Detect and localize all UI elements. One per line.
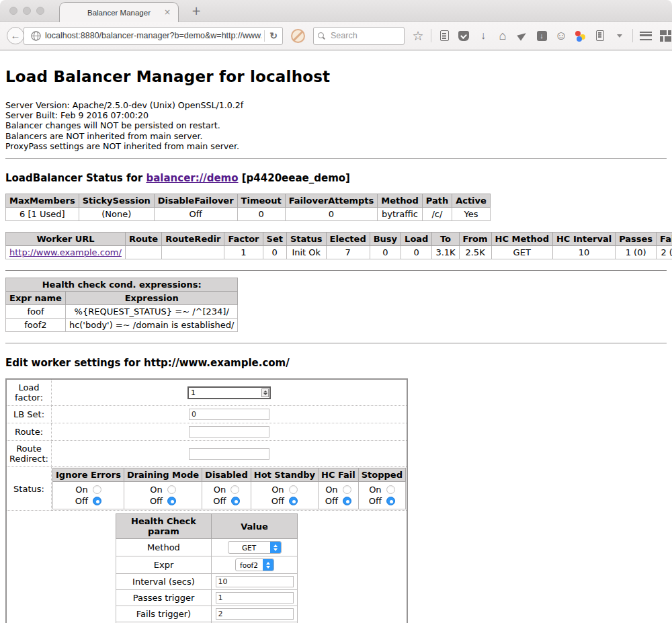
hot-standby-off-radio[interactable] — [289, 497, 298, 505]
col-maxmembers: MaxMembers — [6, 194, 79, 208]
draining-mode-on-radio[interactable] — [167, 485, 176, 494]
globe-icon — [31, 31, 41, 41]
load-factor-input[interactable]: 1 — [187, 386, 271, 399]
stopped-off-radio[interactable] — [386, 497, 395, 505]
radio-on-label: On — [214, 484, 226, 495]
page-content: Load Balancer Manager for localhost Serv… — [0, 50, 672, 623]
send-tab-icon[interactable] — [515, 29, 529, 42]
menu-icon[interactable] — [639, 29, 653, 42]
worker-url-link[interactable]: http://www.example.com/ — [9, 247, 122, 257]
col-timeout: Timeout — [237, 194, 285, 208]
hc-passes-input[interactable] — [216, 592, 294, 604]
url-text[interactable]: localhost:8880/balancer-manager?b=demo&w… — [45, 31, 261, 40]
table-caption-row: Health check cond. expressions: — [6, 278, 238, 292]
search-bar[interactable] — [313, 27, 405, 45]
hc-fail-off-radio[interactable] — [343, 497, 351, 505]
tab-bar: Balancer Manager — [0, 0, 672, 22]
hc-expr-selected-value: foof2 — [236, 561, 263, 569]
lb-set-row: LB Set: — [6, 406, 407, 423]
overflow-chevron-icon[interactable] — [613, 29, 626, 42]
cell-failoverattempts: 0 — [285, 208, 378, 221]
sidebar-icon[interactable] — [593, 29, 607, 42]
hc-expr-label: Expr — [116, 556, 212, 574]
col-fails: Fails — [657, 233, 672, 246]
col-hc-method: HC Method — [491, 233, 552, 246]
cell-stickysession: (None) — [79, 208, 154, 221]
reload-icon[interactable] — [267, 30, 280, 41]
ignore-errors-off-radio[interactable] — [93, 497, 101, 505]
col-elected: Elected — [326, 233, 370, 246]
col-ignore-errors: Ignore Errors — [53, 468, 124, 482]
pocket-icon[interactable] — [457, 29, 470, 42]
new-tab-button[interactable] — [190, 3, 203, 18]
table-header-row: Expr name Expression — [6, 292, 238, 305]
tab-title: Balancer Manager — [87, 9, 151, 17]
draining-mode-off-radio[interactable] — [167, 497, 176, 505]
health-check-row: Health Check param Value Method GET — [6, 511, 407, 623]
hc-fail-on-radio[interactable] — [343, 485, 351, 494]
col-to: To — [432, 233, 459, 246]
status-header-row: Ignore Errors Draining Mode Disabled Hot… — [53, 468, 406, 482]
number-spinner[interactable] — [261, 388, 269, 397]
radio-on-label: On — [75, 484, 87, 495]
cell-hc-method: GET — [491, 246, 552, 259]
reading-list-icon[interactable] — [437, 29, 451, 42]
zoom-window-button[interactable] — [36, 7, 44, 15]
save-page-icon[interactable] — [535, 29, 548, 42]
plugin-blocked-icon[interactable] — [291, 29, 305, 43]
hc-interval-input[interactable] — [216, 576, 294, 587]
col-stickysession: StickySession — [79, 194, 154, 208]
bookmark-star-icon[interactable] — [411, 29, 425, 42]
hc-method-select[interactable]: GET — [228, 541, 282, 554]
radio-on-label: On — [150, 484, 162, 495]
lb-set-input[interactable] — [189, 409, 269, 420]
cell-active: Yes — [452, 208, 491, 221]
extensions-dots-icon[interactable] — [574, 29, 587, 42]
route-redirect-input[interactable] — [189, 448, 269, 460]
heading-suffix: [p4420eeae_demo] — [239, 172, 350, 184]
tab-close-icon[interactable] — [163, 7, 172, 17]
disabled-off-radio[interactable] — [231, 497, 240, 505]
col-hc-param: Health Check param — [116, 514, 212, 539]
tab-balancer-manager[interactable]: Balancer Manager — [59, 2, 179, 22]
disabled-on-radio[interactable] — [230, 485, 239, 494]
url-bar[interactable]: localhost:8880/balancer-manager?b=demo&w… — [24, 27, 283, 45]
cell-route — [125, 246, 161, 259]
downloads-icon[interactable] — [476, 29, 490, 42]
radio-off-label: Off — [75, 495, 88, 507]
ignore-errors-on-radio[interactable] — [93, 485, 101, 494]
home-icon[interactable] — [496, 29, 509, 42]
search-input[interactable] — [329, 30, 396, 41]
cell-busy: 0 — [370, 246, 401, 259]
cell-expr-name: foof — [6, 305, 66, 319]
cell-disablefailover: Off — [154, 208, 237, 221]
hc-fails-row: Fails trigger) — [116, 606, 298, 622]
col-failoverattempts: FailoverAttempts — [285, 194, 378, 208]
balancer-status-heading: LoadBalancer Status for balancer://demo … — [5, 172, 667, 184]
window-controls[interactable] — [9, 7, 44, 15]
cell-factor: 1 — [224, 246, 263, 259]
minimize-window-button[interactable] — [23, 7, 31, 15]
chat-icon[interactable] — [554, 29, 568, 42]
table-header-row: Worker URL Route RouteRedir Factor Set S… — [6, 233, 672, 246]
persist-note-line: Balancer changes will NOT be persisted o… — [5, 120, 667, 130]
cell-passes: 1 (0) — [616, 246, 657, 259]
table-row: foof2 hc('body') =~ /domain is establish… — [6, 319, 238, 332]
col-hot-standby: Hot Standby — [251, 468, 318, 482]
server-version-line: Server Version: Apache/2.5.0-dev (Unix) … — [5, 100, 667, 110]
back-button[interactable] — [7, 27, 24, 44]
table-row: foof %{REQUEST_STATUS} =~ /^[234]/ — [6, 305, 238, 319]
col-hc-interval: HC Interval — [552, 233, 615, 246]
stopped-on-radio[interactable] — [386, 485, 395, 494]
hc-expressions-table: Health check cond. expressions: Expr nam… — [5, 278, 238, 332]
route-label: Route: — [6, 423, 52, 441]
close-window-button[interactable] — [9, 7, 17, 15]
hc-method-label: Method — [116, 539, 212, 556]
route-input[interactable] — [189, 426, 269, 438]
hc-expr-select[interactable]: foof2 — [235, 558, 274, 571]
balancer-link[interactable]: balancer://demo — [146, 172, 238, 184]
hot-standby-on-radio[interactable] — [289, 485, 298, 494]
hc-expr-row: Expr foof2 — [116, 556, 298, 574]
hc-fails-input[interactable] — [216, 608, 294, 620]
tiles-icon[interactable] — [659, 29, 672, 42]
